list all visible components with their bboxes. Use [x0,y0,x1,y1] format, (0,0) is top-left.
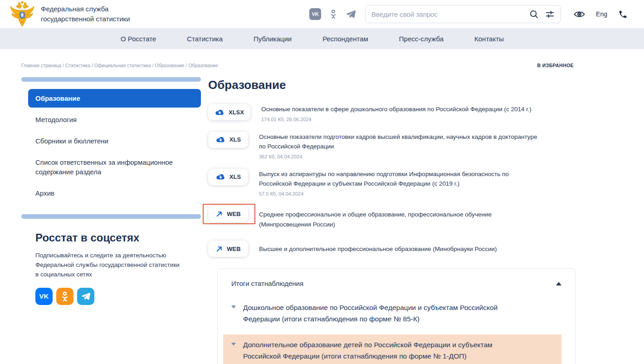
odnoklassniki-social-tile[interactable] [56,288,73,305]
search-input[interactable] [371,10,529,18]
download-xls-button[interactable]: XLS [208,132,248,148]
file-title-link[interactable]: Среднее профессиональное и общее образов… [259,210,541,229]
odnoklassniki-icon[interactable] [328,9,338,19]
file-meta: 57.5 Кб, 04.04.2024 [259,191,541,197]
web-link-button[interactable]: WEB [208,241,248,257]
file-title-link[interactable]: Основные показатели подготовки кадров вы… [259,132,541,152]
main-content: Образование XLSX Основные показатели в с… [208,77,576,364]
accordion-item-label: Дополнительное образование детей по Росс… [243,339,511,362]
file-meta: 174.01 Кб, 28.06.2024 [261,117,532,122]
sidebar: Образование Методология Сборники и бюлле… [21,77,201,364]
sidebar-item-responsible-list[interactable]: Список ответственных за информационное с… [28,153,201,181]
sidebar-top-divider [21,77,201,82]
file-type-label: XLSX [229,109,244,116]
file-row: WEB Высшее и дополнительное профессионал… [208,241,576,257]
rosstat-eagle-logo [9,1,35,27]
file-meta: 362 Кб, 04.04.2024 [259,154,541,159]
sidebar-item-education[interactable]: Образование [28,89,201,108]
page-title: Образование [208,78,576,92]
social-block-text: Подписывайтесь и следите за деятельность… [35,251,181,280]
external-arrow-icon [215,210,223,218]
sidebar-second-divider [21,214,201,219]
download-cloud-icon [215,136,226,143]
phone-icon[interactable] [618,10,628,19]
telegram-social-tile[interactable] [77,288,94,305]
main-nav: О Росстате Статистика Публикации Респонд… [0,28,644,49]
site-title: Федеральная служба государственной стати… [41,4,130,25]
nav-item-respondents[interactable]: Респондентам [322,35,368,43]
file-title-link[interactable]: Выпуск из аспирантуры по направлению под… [259,169,541,189]
header-right-tools: Eng [574,10,628,19]
file-row: XLS Выпуск из аспирантуры по направлению… [208,169,576,197]
file-row: XLSX Основные показатели в сфере дошколь… [208,104,576,122]
file-title-link[interactable]: Высшее и дополнительное профессиональное… [259,244,497,254]
nav-item-publications[interactable]: Публикации [254,35,292,43]
breadcrumb[interactable]: Главная страница / Статистика / Официаль… [21,63,218,68]
file-type-label: XLS [229,136,241,143]
social-block-title: Росстат в соцсетях [35,231,201,244]
sidebar-item-methodology[interactable]: Методология [28,110,201,129]
file-row: XLS Основные показатели подготовки кадро… [208,132,576,159]
social-networks-block: Росстат в соцсетях Подписывайтесь и след… [21,214,201,305]
statobservation-panel: Итоги статнаблюдения Дошкольное образова… [217,268,576,364]
download-cloud-icon [215,108,225,116]
accordion-item-highlighted[interactable]: Дополнительное образование детей по Росс… [223,334,561,364]
accordion-item-label: Дошкольное образование по Российской Фед… [243,302,511,325]
web-link-button[interactable]: WEB [208,206,248,222]
nav-item-statistics[interactable]: Статистика [187,35,223,43]
content-layout: Образование Методология Сборники и бюлле… [0,77,644,364]
search-box [365,5,561,23]
header-social-links: VK [309,8,356,20]
file-title-link[interactable]: Основные показатели в сфере дошкольного … [261,104,532,114]
file-row: WEB Среднее профессиональное и общее обр… [208,206,576,229]
file-type-label: XLS [229,173,241,180]
site-title-line2: государственной статистики [41,14,130,25]
download-xlsx-button[interactable]: XLSX [208,104,250,120]
download-xls-button[interactable]: XLS [208,169,248,185]
sidebar-item-bulletins[interactable]: Сборники и бюллетени [28,132,201,150]
external-arrow-icon [215,245,223,253]
expand-arrow-icon [231,343,236,346]
header: Федеральная служба государственной стати… [0,0,644,28]
site-title-line1: Федеральная служба [41,4,130,15]
sidebar-menu: Образование Методология Сборники и бюлле… [21,89,201,202]
accordion-item[interactable]: Дошкольное образование по Российской Фед… [231,302,561,325]
file-type-label: WEB [227,246,240,252]
vk-social-tile[interactable]: VK [35,288,53,305]
nav-item-about[interactable]: О Росстате [121,35,156,43]
breadcrumb-row: Главная страница / Статистика / Официаль… [0,63,644,68]
collapse-arrow-icon [556,282,561,285]
panel-title: Итоги статнаблюдения [231,280,303,287]
sidebar-item-archive[interactable]: Архив [28,184,201,202]
file-list: XLSX Основные показатели в сфере дошколь… [208,104,576,257]
social-tiles: VK [35,288,201,305]
expand-arrow-icon [231,305,236,309]
add-to-favorites-button[interactable]: В ИЗБРАННОЕ [537,63,574,68]
accessibility-eye-icon[interactable] [574,10,585,18]
nav-item-contacts[interactable]: Контакты [474,35,504,43]
filter-sliders-icon[interactable] [545,10,555,19]
search-icon[interactable] [529,10,539,19]
vk-icon[interactable]: VK [309,8,321,20]
telegram-icon[interactable] [346,9,356,20]
panel-header[interactable]: Итоги статнаблюдения [231,280,561,287]
file-type-label: WEB [227,211,240,217]
nav-item-press[interactable]: Пресс-служба [399,35,444,43]
language-toggle[interactable]: Eng [596,10,607,18]
download-cloud-icon [215,173,226,181]
